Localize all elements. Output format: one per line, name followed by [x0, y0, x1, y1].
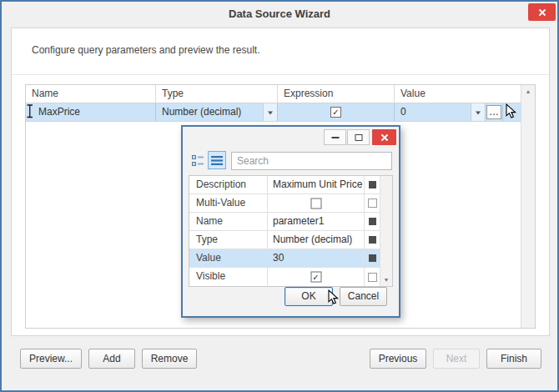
close-icon: [380, 133, 389, 142]
alphabetical-view-button[interactable]: [208, 151, 226, 169]
maximize-icon: [355, 134, 362, 141]
cancel-button[interactable]: Cancel: [340, 287, 387, 306]
property-row-visible[interactable]: Visible ✓: [189, 268, 380, 286]
parameter-editor-popup: Description Maximum Unit Price Multi-Val…: [181, 125, 400, 318]
cell-parameter-expression[interactable]: ✓: [278, 103, 395, 121]
popup-vertical-scrollbar[interactable]: ▼: [380, 176, 392, 286]
property-marker-button[interactable]: [365, 213, 380, 230]
minimize-button[interactable]: [324, 129, 346, 145]
ellipsis-button[interactable]: …: [486, 105, 501, 119]
value-dropdown-button[interactable]: [471, 103, 485, 121]
property-row-description[interactable]: Description Maximum Unit Price: [189, 176, 380, 194]
scroll-down-icon[interactable]: ▼: [380, 274, 392, 286]
preview-button[interactable]: Preview...: [20, 349, 82, 369]
multi-value-checkbox[interactable]: [310, 198, 321, 209]
window-title: Data Source Wizard: [2, 2, 557, 27]
header-divider: [12, 74, 549, 75]
property-value[interactable]: parameter1: [268, 213, 365, 230]
property-label[interactable]: Multi-Value: [189, 194, 268, 212]
wizard-instruction: Configure query parameters and preview t…: [32, 44, 259, 56]
grid-header-row: Name Type Expression Value: [26, 85, 521, 103]
property-row-multi-value[interactable]: Multi-Value: [189, 194, 380, 213]
property-marker-button[interactable]: [365, 231, 380, 249]
check-icon: ✓: [312, 269, 319, 286]
chevron-down-icon: [476, 111, 481, 114]
popup-close-button[interactable]: [372, 129, 396, 145]
property-value[interactable]: Number (decimal): [268, 231, 365, 249]
property-marker-button[interactable]: [365, 176, 380, 193]
grid-header-expression[interactable]: Expression: [278, 85, 395, 103]
categorized-view-button[interactable]: [189, 151, 207, 169]
property-value[interactable]: [268, 194, 365, 212]
window-titlebar[interactable]: Data Source Wizard: [2, 2, 557, 27]
property-value[interactable]: 30: [268, 249, 365, 267]
property-label[interactable]: Value: [189, 249, 268, 267]
search-input[interactable]: [231, 152, 392, 170]
add-button[interactable]: Add: [88, 349, 135, 369]
marker-icon: [368, 199, 377, 208]
close-icon: [538, 8, 546, 17]
marker-icon: [369, 236, 376, 244]
property-label[interactable]: Visible: [189, 268, 268, 286]
ok-button[interactable]: OK: [285, 287, 333, 306]
property-grid: Description Maximum Unit Price Multi-Val…: [189, 175, 393, 287]
property-marker-button[interactable]: [365, 249, 380, 267]
data-source-wizard-window: Data Source Wizard Configure query param…: [0, 0, 559, 392]
finish-button[interactable]: Finish: [486, 349, 541, 369]
scroll-up-icon[interactable]: ▲: [521, 85, 535, 98]
chevron-down-icon: [268, 111, 273, 114]
maximize-button[interactable]: [347, 129, 370, 145]
next-button: Next: [433, 349, 480, 369]
property-marker-button[interactable]: [365, 194, 380, 212]
marker-icon: [369, 218, 376, 225]
grid-header-type[interactable]: Type: [156, 85, 278, 103]
type-dropdown-button[interactable]: [263, 103, 277, 121]
property-row-value[interactable]: Value 30: [189, 249, 380, 268]
property-label[interactable]: Description: [189, 176, 268, 193]
property-value[interactable]: ✓: [268, 268, 365, 286]
value-text: 0: [400, 106, 406, 118]
expression-checkbox[interactable]: ✓: [330, 107, 341, 118]
parameter-row-maxprice[interactable]: MaxPrice Number (decimal) ✓ 0: [26, 103, 521, 122]
minimize-icon: [331, 137, 339, 138]
cell-parameter-type[interactable]: Number (decimal): [156, 103, 278, 121]
visible-checkbox[interactable]: ✓: [310, 272, 321, 283]
add-parameter-button[interactable]: +: [503, 103, 521, 121]
cell-parameter-value[interactable]: 0: [395, 103, 486, 121]
marker-icon: [368, 273, 377, 282]
list-icon: [211, 155, 223, 166]
property-marker-button[interactable]: [365, 268, 380, 286]
close-button[interactable]: [528, 3, 556, 21]
property-label[interactable]: Name: [189, 213, 268, 230]
popup-toolbar: [183, 148, 399, 173]
remove-button[interactable]: Remove: [142, 349, 197, 369]
categorized-icon: [192, 155, 204, 166]
marker-icon: [369, 181, 376, 188]
property-row-type[interactable]: Type Number (decimal): [189, 231, 380, 249]
value-editor-cell: …: [486, 103, 503, 121]
property-label[interactable]: Type: [189, 231, 268, 249]
grid-vertical-scrollbar[interactable]: ▲: [521, 85, 535, 328]
type-value: Number (decimal): [162, 106, 241, 118]
property-row-name[interactable]: Name parameter1: [189, 213, 380, 231]
grid-header-name[interactable]: Name: [26, 85, 156, 103]
previous-button[interactable]: Previous: [370, 349, 426, 369]
check-icon: ✓: [332, 103, 339, 121]
marker-icon: [369, 254, 376, 262]
cell-parameter-name[interactable]: MaxPrice: [26, 103, 156, 121]
grid-header-value[interactable]: Value: [395, 85, 521, 103]
property-value[interactable]: Maximum Unit Price: [268, 176, 365, 193]
